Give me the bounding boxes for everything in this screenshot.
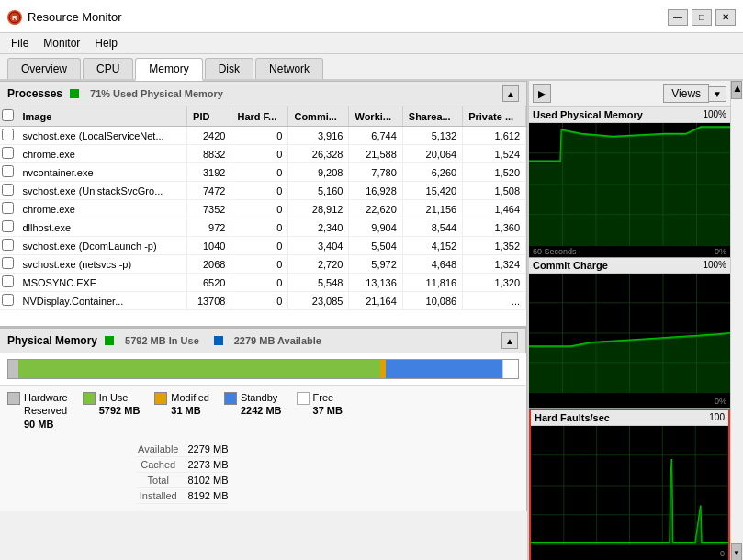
legend-free-color (297, 392, 310, 405)
row-shared: 5,132 (402, 127, 462, 145)
table-row[interactable]: dllhost.exe 972 0 2,340 9,904 8,544 1,36… (0, 218, 526, 237)
tab-disk[interactable]: Disk (205, 58, 253, 79)
table-row[interactable]: MSOSYNC.EXE 6520 0 5,548 13,136 11,816 1… (0, 274, 526, 292)
col-checkbox[interactable] (0, 106, 17, 127)
row-commit: 9,208 (288, 163, 349, 182)
views-label-button[interactable]: Views (663, 84, 709, 103)
row-working: 5,504 (349, 237, 402, 255)
svg-marker-19 (529, 333, 730, 393)
row-checkbox[interactable] (0, 163, 17, 182)
row-checkbox[interactable] (0, 145, 17, 163)
legend-inuse-color (83, 392, 96, 405)
minimize-button[interactable]: — (668, 9, 688, 26)
col-commit[interactable]: Commi... (288, 106, 349, 127)
right-scrollbar[interactable]: ▲ ▼ (730, 81, 743, 560)
row-commit: 5,160 (288, 182, 349, 200)
memory-bar (7, 359, 519, 379)
chart1-percent: 100% (703, 109, 726, 120)
col-image[interactable]: Image (17, 106, 187, 127)
legend-reserved-text: HardwareReserved90 MB (24, 391, 68, 431)
tab-overview[interactable]: Overview (7, 58, 81, 79)
row-hard: 0 (231, 274, 288, 292)
row-commit: 3,916 (288, 127, 349, 145)
col-pid[interactable]: PID (187, 106, 231, 127)
row-commit: 28,912 (288, 200, 349, 218)
select-all-checkbox[interactable] (2, 109, 14, 121)
row-private: ... (463, 292, 526, 310)
legend-standby-text: Standby2242 MB (241, 391, 282, 418)
table-row[interactable]: svchost.exe (netsvcs -p) 2068 0 2,720 5,… (0, 255, 526, 274)
row-hard: 0 (231, 182, 288, 200)
row-checkbox[interactable] (0, 237, 17, 255)
row-hard: 0 (231, 163, 288, 182)
scrollbar-up-arrow[interactable]: ▲ (731, 81, 742, 99)
row-checkbox[interactable] (0, 292, 17, 310)
stat-value: 8102 MB (180, 472, 228, 487)
chart-hard-faults: Hard Faults/sec 100 (529, 409, 730, 560)
chart2-canvas (529, 274, 730, 393)
memory-expand-button[interactable]: ▲ (501, 332, 518, 349)
row-image: NVDisplay.Container... (17, 292, 187, 310)
row-checkbox[interactable] (0, 274, 17, 292)
row-checkbox[interactable] (0, 127, 17, 145)
table-row[interactable]: chrome.exe 8832 0 26,328 21,588 20,064 1… (0, 145, 526, 163)
menu-help[interactable]: Help (87, 35, 125, 51)
memory-stats-table: Available 2279 MB Cached 2273 MB Total 8… (136, 442, 228, 504)
tab-cpu[interactable]: CPU (83, 58, 133, 79)
processes-table-container[interactable]: Image PID Hard F... Commi... Worki... Sh… (0, 106, 527, 327)
row-checkbox[interactable] (0, 218, 17, 237)
row-working: 22,620 (349, 200, 402, 218)
tab-memory[interactable]: Memory (135, 58, 202, 81)
window-controls: — □ ✕ (668, 9, 736, 26)
row-checkbox[interactable] (0, 200, 17, 218)
processes-expand-button[interactable]: ▲ (502, 85, 519, 102)
stats-row: Cached 2273 MB (136, 456, 228, 472)
row-image: svchost.exe (DcomLaunch -p) (17, 237, 187, 255)
chart1-time-label: 60 Seconds (533, 247, 577, 256)
stat-label: Available (136, 442, 180, 457)
views-dropdown-button[interactable]: ▼ (709, 86, 726, 102)
row-commit: 23,085 (288, 292, 349, 310)
maximize-button[interactable]: □ (692, 9, 712, 26)
menu-monitor[interactable]: Monitor (36, 35, 87, 51)
chart3-svg (531, 426, 728, 545)
row-checkbox[interactable] (0, 255, 17, 274)
right-expand-button[interactable]: ▶ (533, 84, 551, 103)
row-pid: 7352 (187, 200, 231, 218)
stat-value: 2273 MB (180, 456, 228, 472)
col-working[interactable]: Worki... (349, 106, 402, 127)
menu-file[interactable]: File (4, 35, 36, 51)
row-hard: 0 (231, 200, 288, 218)
close-button[interactable]: ✕ (715, 9, 736, 26)
chart-section: Used Physical Memory 100% (529, 107, 730, 560)
col-shared[interactable]: Sharea... (402, 106, 462, 127)
table-row[interactable]: svchost.exe (LocalServiceNet... 2420 0 3… (0, 127, 526, 145)
row-hard: 0 (231, 292, 288, 310)
row-hard: 0 (231, 127, 288, 145)
col-private[interactable]: Private ... (463, 106, 526, 127)
row-image: svchost.exe (netsvcs -p) (17, 255, 187, 274)
legend-modified-color (154, 392, 167, 405)
legend-free-text: Free37 MB (313, 391, 343, 418)
table-row[interactable]: nvcontainer.exe 3192 0 9,208 7,780 6,260… (0, 163, 526, 182)
table-row[interactable]: svchost.exe (DcomLaunch -p) 1040 0 3,404… (0, 237, 526, 255)
title-bar: R Resource Monitor — □ ✕ (0, 0, 743, 33)
table-row[interactable]: NVDisplay.Container... 13708 0 23,085 21… (0, 292, 526, 310)
row-working: 5,972 (349, 255, 402, 274)
table-row[interactable]: svchost.exe (UnistackSvcGro... 7472 0 5,… (0, 182, 526, 200)
row-commit: 2,340 (288, 218, 349, 237)
row-image: nvcontainer.exe (17, 163, 187, 182)
row-pid: 8832 (187, 145, 231, 163)
left-panel: Processes 71% Used Physical Memory ▲ Ima… (0, 81, 528, 560)
row-hard: 0 (231, 255, 288, 274)
chart3-bottom: 0 (531, 545, 728, 560)
physical-memory-title: Physical Memory (7, 334, 97, 347)
table-row[interactable]: chrome.exe 7352 0 28,912 22,620 21,156 1… (0, 200, 526, 218)
tab-network[interactable]: Network (255, 58, 323, 79)
row-image: chrome.exe (17, 200, 187, 218)
chart-commit-charge: Commit Charge 100% (529, 258, 730, 409)
col-hard-faults[interactable]: Hard F... (231, 106, 288, 127)
row-checkbox[interactable] (0, 182, 17, 200)
row-private: 1,324 (463, 255, 526, 274)
scrollbar-down-arrow[interactable]: ▼ (731, 543, 742, 560)
